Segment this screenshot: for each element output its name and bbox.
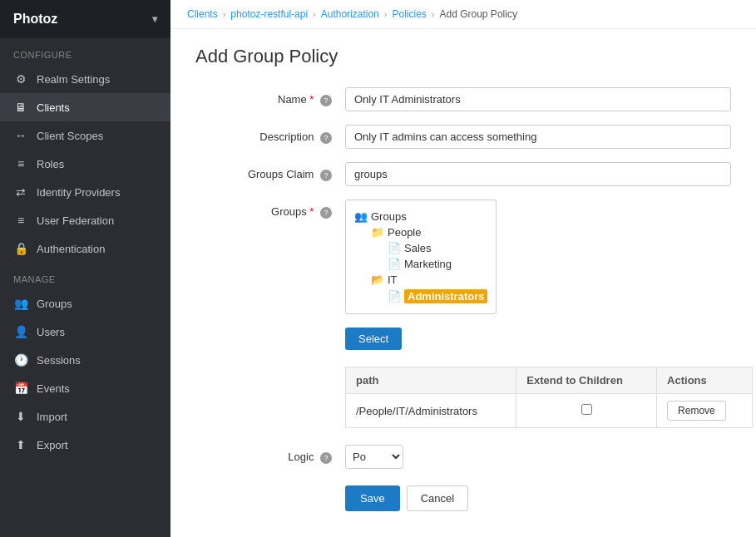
groups-field-group: Groups * ? 👥 Groups 📁 People [195,200,731,350]
groups-claim-input[interactable] [345,162,731,186]
identity-providers-icon: ⇄ [13,185,28,199]
groups-tree-icon: 👥 [354,210,368,223]
user-federation-icon: ≡ [13,214,28,227]
tree-node-people[interactable]: 📁 People [371,224,487,240]
sidebar-item-groups[interactable]: 👥 Groups [0,289,170,318]
configure-section-label: Configure [0,38,170,65]
table-cell-extend [516,394,657,428]
sessions-icon: 🕐 [13,353,28,367]
sidebar-item-realm-settings[interactable]: ⚙ Realm Settings [0,65,170,93]
groups-claim-label: Groups Claim ? [195,162,345,181]
client-scopes-icon: ↔ [13,129,28,142]
app-header[interactable]: Photoz ▾ [0,0,170,38]
logic-field-group: Logic ? Po Negative [195,445,731,469]
main-content: Clients › photoz-restful-api › Authoriza… [170,0,756,537]
groups-label: Groups * ? [195,200,345,219]
tree-label-administrators: Administrators [404,289,487,303]
events-icon: 📅 [13,382,28,395]
sidebar-item-clients[interactable]: 🖥 Clients [0,93,170,121]
chevron-down-icon: ▾ [152,13,157,25]
file-icon-marketing: 📄 [388,258,401,270]
sidebar-item-authentication[interactable]: 🔒 Authentication [0,234,170,263]
breadcrumb-sep-1: › [223,9,226,19]
sidebar-item-import[interactable]: ⬇ Import [0,402,170,431]
cancel-button[interactable]: Cancel [407,485,468,511]
sidebar-item-user-federation[interactable]: ≡ User Federation [0,206,170,234]
description-help-icon[interactable]: ? [320,132,332,144]
logic-select[interactable]: Po Negative [345,445,403,469]
breadcrumb-clients[interactable]: Clients [187,8,218,20]
sidebar: Photoz ▾ Configure ⚙ Realm Settings 🖥 Cl… [0,0,170,537]
sidebar-item-users[interactable]: 👤 Users [0,318,170,346]
folder-icon-people: 📁 [371,226,384,239]
sidebar-item-events[interactable]: 📅 Events [0,374,170,402]
page-title: Add Group Policy [195,46,731,67]
breadcrumb-sep-2: › [313,9,316,19]
breadcrumb-sep-4: › [432,9,435,19]
folder-icon-it: 📂 [371,273,384,286]
tree-children-people: 📄 Sales 📄 Marketing [388,240,487,272]
col-header-actions: Actions [657,367,753,394]
name-input[interactable] [345,87,731,111]
table-cell-actions: Remove [657,394,753,428]
sidebar-item-label: Sessions [37,354,81,367]
tree-label-it: IT [388,273,398,286]
breadcrumb-authorization[interactable]: Authorization [321,8,379,20]
sidebar-item-roles[interactable]: ≡ Roles [0,150,170,178]
breadcrumb: Clients › photoz-restful-api › Authoriza… [170,0,756,29]
breadcrumb-policies[interactable]: Policies [392,8,426,20]
groups-claim-field-group: Groups Claim ? [195,162,731,186]
file-icon-sales: 📄 [388,242,401,254]
sidebar-item-label: Events [37,382,70,395]
description-input[interactable] [345,125,731,149]
name-label: Name * ? [195,87,345,106]
groups-help-icon[interactable]: ? [320,207,332,219]
name-help-icon[interactable]: ? [320,95,332,106]
groups-required: * [309,205,314,218]
groups-claim-help-icon[interactable]: ? [320,170,332,181]
sidebar-item-label: Identity Providers [37,186,120,199]
col-header-path: path [346,367,516,394]
breadcrumb-current: Add Group Policy [440,8,517,20]
tree-node-it[interactable]: 📂 IT [371,272,487,288]
sidebar-item-identity-providers[interactable]: ⇄ Identity Providers [0,178,170,206]
realm-settings-icon: ⚙ [13,72,28,86]
action-buttons: Save Cancel [345,485,731,511]
tree-label-sales: Sales [404,242,432,254]
manage-section-label: Manage [0,263,170,289]
tree-node-root[interactable]: 👥 Groups [354,209,487,224]
tree-node-sales[interactable]: 📄 Sales [388,240,487,256]
groups-table: path Extend to Children Actions /People/… [345,367,753,428]
tree-node-marketing[interactable]: 📄 Marketing [388,256,487,272]
sidebar-item-label: Groups [37,298,72,310]
export-icon: ⬆ [13,438,28,451]
remove-button[interactable]: Remove [667,401,726,421]
app-name: Photoz [13,12,57,27]
col-header-extend: Extend to Children [516,367,657,394]
tree-node-administrators[interactable]: 📄 Administrators [388,288,487,305]
select-button[interactable]: Select [345,328,402,350]
sidebar-item-sessions[interactable]: 🕐 Sessions [0,346,170,374]
table-row: /People/IT/Administrators Remove [346,394,753,428]
groups-icon: 👥 [13,297,28,310]
clients-icon: 🖥 [13,101,28,114]
name-required: * [309,93,314,106]
sidebar-item-label: Client Scopes [37,130,103,142]
sidebar-item-label: Import [37,411,67,423]
tree-root-label: Groups [371,210,407,223]
sidebar-item-label: Clients [37,101,70,114]
name-field-group: Name * ? [195,87,731,111]
file-icon-administrators: 📄 [388,290,401,303]
sidebar-item-client-scopes[interactable]: ↔ Client Scopes [0,121,170,150]
sidebar-item-label: Users [37,326,65,338]
breadcrumb-photoz[interactable]: photoz-restful-api [230,8,308,20]
sidebar-item-label: User Federation [37,214,114,227]
save-button[interactable]: Save [345,485,400,511]
sidebar-item-label: Roles [37,158,64,170]
content-area: Add Group Policy Name * ? Description ? … [170,29,756,537]
authentication-icon: 🔒 [13,242,28,255]
extend-checkbox[interactable] [581,404,592,415]
logic-help-icon[interactable]: ? [320,452,332,464]
sidebar-item-export[interactable]: ⬆ Export [0,431,170,459]
tree-label-marketing: Marketing [404,258,452,270]
